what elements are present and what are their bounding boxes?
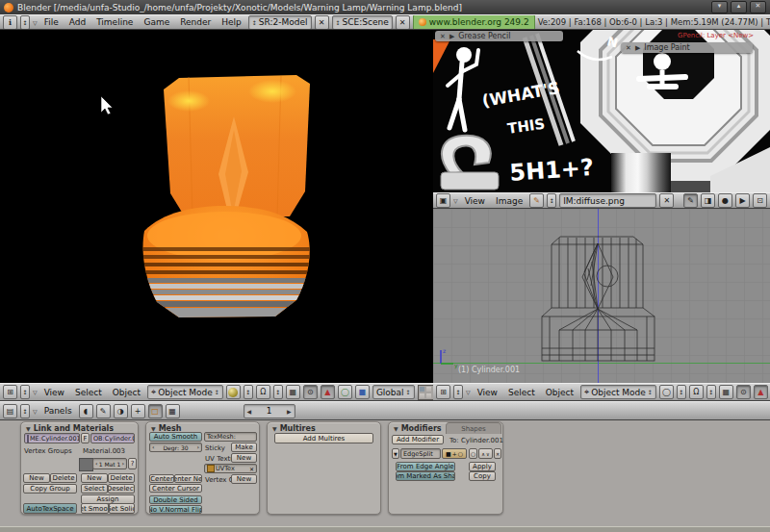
wire-editor-type-icon[interactable]: ⊞	[436, 385, 450, 399]
pivot-icon[interactable]: Ω	[256, 385, 270, 399]
context-object-icon[interactable]: +	[131, 404, 145, 418]
page-stepper[interactable]: ◀ 1 ▶	[244, 404, 295, 418]
uv-record-icon[interactable]: ●	[718, 193, 732, 208]
menu-game[interactable]: Game	[140, 17, 173, 27]
image-stepper-icon[interactable]: ↕	[547, 193, 556, 208]
screen-stepper-icon[interactable]: ↕	[252, 19, 257, 26]
uv-menu-view[interactable]: View	[461, 196, 489, 206]
scene-close-icon[interactable]: ✕	[396, 15, 410, 30]
double-sided-toggle[interactable]: Double Sided	[149, 495, 202, 504]
add-multires-button[interactable]: Add Multires	[274, 433, 373, 443]
maximize-icon[interactable]: ▴	[731, 1, 747, 13]
vgroup-new-button[interactable]: New	[23, 473, 50, 483]
from-edge-angle-toggle[interactable]: From Edge Angle	[396, 462, 455, 471]
modifier-realtime-icon[interactable]: +	[452, 450, 457, 457]
editor-type-uv-icon[interactable]: ▣	[436, 193, 450, 208]
editor-type-stepper-icon[interactable]: ↕	[20, 15, 30, 30]
paint-mode-brush-icon[interactable]: ✎	[683, 193, 698, 208]
material-query-button[interactable]: ?	[128, 458, 137, 469]
image-paint-expand-icon[interactable]: ▶	[635, 44, 640, 52]
menu-panels[interactable]: Panels	[40, 406, 76, 416]
degr-left-icon[interactable]: ‹	[152, 443, 155, 451]
autotexspace-toggle[interactable]: AutoTexSpace	[23, 503, 77, 514]
menu-timeline[interactable]: Timeline	[92, 17, 137, 27]
image-browse-pencil-icon[interactable]: ✎	[529, 193, 544, 208]
vertex-color-new-button[interactable]: New	[231, 474, 257, 484]
modifier-display-toggles[interactable]: ■+○	[442, 448, 467, 459]
modifier-apply-button[interactable]: Apply	[469, 462, 496, 471]
panel-link-title-row[interactable]: ▼ Link and Materials	[21, 422, 138, 433]
modifier-copy-button[interactable]: Copy	[469, 471, 496, 481]
wire-menu-view[interactable]: View	[474, 388, 501, 397]
modifier-render-icon[interactable]: ■	[446, 450, 451, 457]
snap-grid-icon[interactable]: ▦	[286, 385, 300, 399]
wire-manip-hand-icon[interactable]: ⊙	[736, 385, 751, 399]
modifier-cage-icon[interactable]: ○	[469, 448, 477, 459]
grease-pencil-panel-bar[interactable]: ✕ ▶ Grease Pencil	[435, 31, 563, 41]
image-paint-close-icon[interactable]: ✕	[626, 44, 631, 52]
context-editing-icon[interactable]: □	[148, 404, 163, 418]
center-button[interactable]: Center	[149, 474, 174, 483]
wire-draw-stepper-icon[interactable]: ↕	[677, 385, 686, 399]
viewport-3d-wireframe[interactable]: z y (1) Cylinder.001	[433, 209, 770, 383]
wire-manip-translate-icon[interactable]: ▲	[754, 385, 768, 399]
context-logic-icon[interactable]: ◖	[79, 404, 93, 418]
buttons-type-stepper-icon[interactable]: ↕	[20, 404, 30, 418]
close-icon[interactable]: ✕	[750, 1, 766, 13]
material-delete-button[interactable]: Delete	[108, 473, 135, 483]
uv-play-icon[interactable]: ▶	[735, 193, 750, 208]
modifier-expand-icon[interactable]: ▼	[392, 448, 399, 459]
panel-link-collapse-icon[interactable]: ▼	[26, 425, 31, 432]
menu-add[interactable]: Add	[65, 17, 90, 27]
fake-user-button[interactable]: F	[81, 433, 90, 443]
buttons-collapse-icon[interactable]: ▽	[33, 408, 38, 415]
editor-type-3d-icon[interactable]: ⊞	[3, 385, 17, 399]
vp3d-menu-select[interactable]: Select	[71, 388, 106, 397]
mat-step-left-icon[interactable]: ‹	[95, 460, 98, 468]
degr-right-icon[interactable]: ›	[196, 443, 199, 451]
screen-selector[interactable]: ↕ SR:2-Model	[248, 15, 312, 30]
minimize-icon[interactable]: ▾	[711, 1, 728, 13]
select-button[interactable]: Select	[81, 484, 108, 494]
menu-help[interactable]: Help	[218, 17, 245, 27]
set-smooth-button[interactable]: Set Smooth	[81, 503, 109, 514]
manipulator-scale-icon[interactable]: ■	[355, 385, 370, 399]
ob-datablock-field[interactable]: OB:Cylinder.001	[90, 433, 135, 443]
material-index-stepper[interactable]: ‹ 1 Mat 1 ›	[92, 458, 127, 469]
context-scene-icon[interactable]: ▦	[166, 404, 180, 418]
vp3d-menu-object[interactable]: Object	[109, 388, 144, 397]
mat-step-right-icon[interactable]: ›	[121, 460, 124, 468]
orientation-dropdown[interactable]: Global ↕	[372, 385, 415, 399]
scene-selector[interactable]: ↕ SCE:Scene	[332, 15, 393, 30]
context-shading-icon[interactable]: ◑	[114, 404, 128, 418]
modifier-move-down-icon[interactable]: ∨	[486, 451, 490, 457]
manipulator-rotate-icon[interactable]: ◯	[338, 385, 352, 399]
from-marked-sharp-toggle[interactable]: From Marked As Sharp	[396, 471, 455, 481]
material-new-button[interactable]: New	[81, 473, 108, 483]
wire-pivot-icon[interactable]: Ω	[689, 385, 704, 399]
modifier-move-buttons[interactable]: ∧∨	[478, 448, 493, 459]
vp3d-type-stepper-icon[interactable]: ↕	[20, 385, 30, 399]
panel-multires-title-row[interactable]: ▼ Multires	[268, 422, 380, 433]
editor-type-buttons-icon[interactable]: ▤	[3, 404, 17, 418]
uv-mask-icon[interactable]: ◨	[701, 193, 715, 208]
context-script-icon[interactable]: ✎	[96, 404, 111, 418]
viewport-3d-shaded[interactable]	[0, 30, 434, 383]
material-color-swatch[interactable]	[79, 458, 93, 471]
uv-header-collapse-icon[interactable]: ▽	[453, 197, 458, 204]
panel-multires-collapse-icon[interactable]: ▼	[272, 425, 277, 432]
mode-dropdown[interactable]: ⌖ Object Mode ↕	[147, 385, 223, 399]
wire-menu-select[interactable]: Select	[504, 388, 539, 397]
menu-file[interactable]: File	[40, 17, 63, 27]
uvtex-delete-icon[interactable]: ✕	[249, 466, 254, 472]
vp3d-menu-view[interactable]: View	[40, 388, 68, 397]
center-new-button[interactable]: Center New	[174, 474, 202, 483]
scene-stepper-icon[interactable]: ↕	[336, 19, 341, 26]
panel-modifiers-collapse-icon[interactable]: ▼	[394, 425, 398, 432]
center-cursor-button[interactable]: Center Cursor	[149, 484, 202, 493]
page-right-icon[interactable]: ▶	[287, 408, 292, 415]
image-paint-panel-bar[interactable]: ✕ ▶ Image Paint	[621, 42, 753, 53]
grease-pencil-expand-icon[interactable]: ▶	[449, 33, 454, 40]
manipulator-hand-icon[interactable]: ⊙	[303, 385, 318, 399]
no-vnormal-flip-toggle[interactable]: No V.Normal Flip	[149, 505, 202, 514]
